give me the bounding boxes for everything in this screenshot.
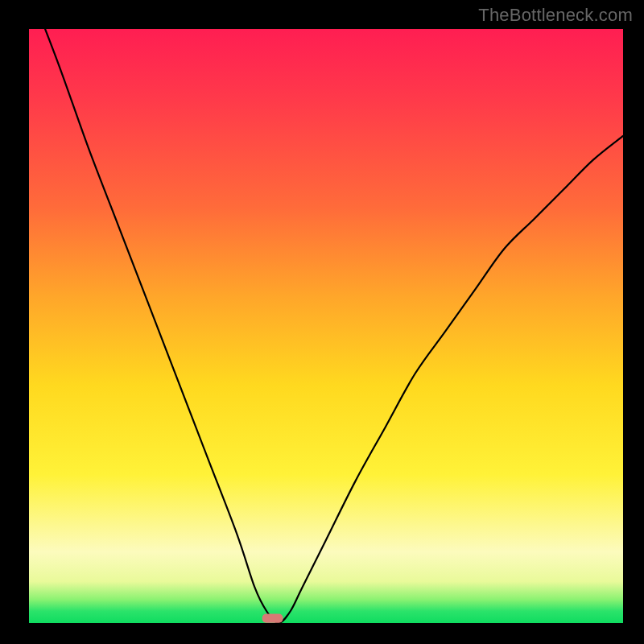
curve-layer bbox=[29, 29, 623, 623]
chart-frame: TheBottleneck.com bbox=[0, 0, 644, 644]
watermark-text: TheBottleneck.com bbox=[478, 5, 633, 26]
minimum-marker bbox=[262, 614, 283, 623]
plot-area bbox=[29, 29, 623, 623]
bottleneck-curve bbox=[29, 29, 623, 623]
